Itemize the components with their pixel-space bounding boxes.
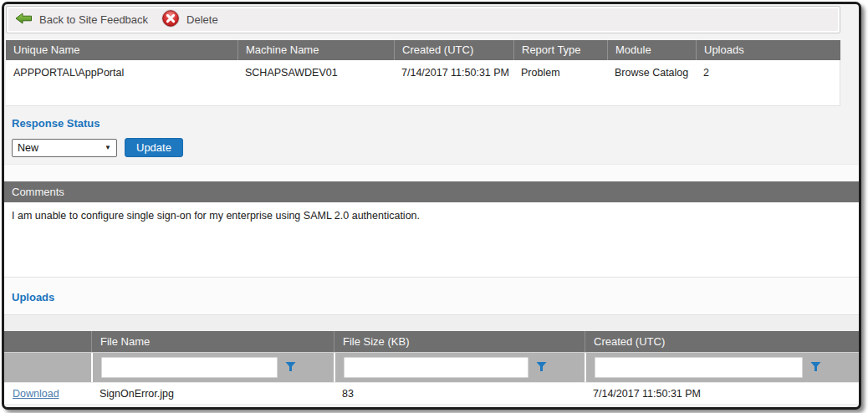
column-header-machine-name: Machine Name (237, 40, 394, 60)
cell-file-name: SignOnError.jpg (91, 383, 334, 404)
column-header-file-name: File Name (91, 331, 334, 352)
column-header-file-size: File Size (KB) (334, 331, 585, 352)
uploads-table: File Name File Size (KB) Created (UTC) (4, 331, 859, 404)
update-button[interactable]: Update (125, 138, 183, 157)
back-to-site-feedback-button[interactable]: Back to Site Feedback (15, 13, 148, 27)
spacer-strip (4, 164, 859, 181)
column-header-created: Created (UTC) (394, 40, 513, 60)
cell-machine-name: SCHAPSAWDEV01 (237, 60, 394, 105)
filter-funnel-icon[interactable] (536, 360, 547, 375)
response-status-section: Response Status New ▼ Update (4, 106, 859, 164)
filter-cell-empty (4, 353, 91, 382)
comments-body: I am unable to configure single sign-on … (4, 202, 859, 278)
column-header-action (4, 331, 91, 352)
filter-cell-file-size (334, 353, 585, 382)
delete-button-label: Delete (186, 13, 218, 26)
delete-icon (161, 9, 180, 30)
response-status-label: Response Status (12, 106, 859, 130)
back-arrow-icon (15, 13, 33, 27)
created-filter-input[interactable] (595, 357, 803, 378)
update-button-label: Update (136, 141, 171, 154)
filter-cell-file-name (91, 353, 334, 382)
cell-uploads: 2 (696, 60, 840, 105)
uploads-filter-row (4, 352, 859, 382)
delete-button[interactable]: Delete (161, 9, 218, 30)
cell-file-size: 83 (334, 383, 585, 404)
cell-unique-name: APPPORTAL\AppPortal (6, 60, 237, 105)
column-header-report-type: Report Type (513, 40, 607, 60)
filter-cell-created (585, 353, 859, 382)
back-button-label: Back to Site Feedback (39, 13, 148, 26)
response-status-dropdown[interactable]: New ▼ (12, 139, 117, 157)
comments-header-bar: Comments (4, 181, 859, 202)
filter-funnel-icon[interactable] (285, 360, 296, 375)
filter-funnel-icon[interactable] (810, 360, 821, 375)
report-table-header: Unique Name Machine Name Created (UTC) R… (6, 40, 840, 60)
toolbar: Back to Site Feedback Delete (6, 6, 840, 33)
comment-text: I am unable to configure single sign-on … (12, 210, 420, 222)
file-size-filter-input[interactable] (344, 357, 528, 378)
column-header-uploads: Uploads (696, 40, 840, 60)
uploads-table-row: Download SignOnError.jpg 83 7/14/2017 11… (4, 382, 859, 404)
cell-created: 7/14/2017 11:50:31 PM (394, 60, 513, 105)
column-header-upload-created: Created (UTC) (585, 331, 859, 352)
dropdown-selected-value: New (18, 142, 38, 154)
cell-upload-created: 7/14/2017 11:50:31 PM (585, 383, 859, 404)
cell-module: Browse Catalog (607, 60, 696, 105)
uploads-heading-strip: Uploads (4, 278, 859, 314)
report-table: Unique Name Machine Name Created (UTC) R… (6, 40, 840, 106)
uploads-heading: Uploads (12, 291, 54, 303)
cell-report-type: Problem (513, 60, 607, 105)
uploads-table-header: File Name File Size (KB) Created (UTC) (4, 331, 859, 352)
report-table-row: APPPORTAL\AppPortal SCHAPSAWDEV01 7/14/2… (6, 60, 840, 106)
file-name-filter-input[interactable] (101, 357, 278, 378)
download-link[interactable]: Download (13, 388, 59, 400)
column-header-unique-name: Unique Name (6, 40, 237, 60)
column-header-module: Module (607, 40, 696, 60)
comments-header-label: Comments (12, 186, 64, 198)
feedback-detail-window: Back to Site Feedback Delete U (2, 2, 861, 410)
uploads-table-spacer (4, 314, 859, 331)
chevron-down-icon: ▼ (105, 144, 111, 151)
